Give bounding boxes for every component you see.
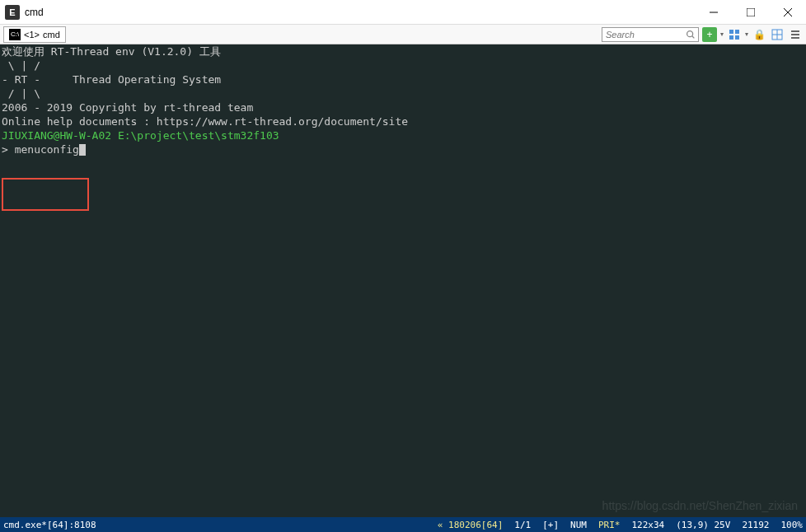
tab-number: <1>	[24, 30, 40, 40]
terminal-line: - RT - Thread Operating System	[2, 72, 804, 86]
status-position: 1/1	[514, 520, 531, 530]
grid-button[interactable]	[770, 27, 785, 42]
status-plus: [+]	[542, 520, 559, 530]
windows-dropdown[interactable]: ▾	[745, 30, 748, 38]
status-encoding: « 180206[64]	[438, 520, 503, 530]
app-icon: E	[5, 5, 20, 20]
tab-label: cmd	[43, 30, 60, 40]
terminal-command-line: > menuconfig	[2, 142, 804, 156]
status-process: cmd.exe*[64]:8108	[3, 520, 438, 530]
hamburger-icon	[790, 29, 801, 40]
terminal-line: Online help documents : https://www.rt-t…	[2, 114, 804, 128]
prompt-char: >	[2, 143, 8, 156]
svg-rect-5	[735, 30, 739, 34]
plus-icon: +	[706, 29, 712, 40]
terminal-content: 欢迎使用 RT-Thread env (V1.2.0) 工具 \ | / - R…	[0, 44, 806, 156]
window-title: cmd	[25, 7, 695, 18]
status-cursor: (13,9) 25V	[676, 520, 730, 530]
titlebar: E cmd	[0, 0, 806, 25]
close-button[interactable]	[769, 0, 806, 25]
status-zoom: 100%	[781, 520, 804, 530]
cmd-icon: C:\	[9, 29, 21, 40]
status-num: NUM	[570, 520, 587, 530]
terminal-line: 欢迎使用 RT-Thread env (V1.2.0) 工具	[2, 44, 804, 58]
prompt-path: E:\project\test\stm32f103	[118, 129, 279, 142]
window-controls	[695, 0, 806, 25]
minimize-button[interactable]	[695, 0, 732, 25]
svg-rect-1	[747, 8, 755, 16]
lock-icon: 🔒	[753, 29, 766, 40]
toolbar-right: + ▾ ▾ 🔒	[602, 27, 803, 42]
svg-rect-4	[729, 30, 733, 34]
minimize-icon	[710, 8, 718, 16]
menu-button[interactable]	[788, 27, 803, 42]
status-size: 122x34	[631, 520, 664, 530]
search-input[interactable]	[602, 27, 699, 42]
toolbar: C:\ <1> cmd + ▾ ▾ 🔒	[0, 25, 806, 44]
cursor	[79, 144, 86, 156]
add-dropdown[interactable]: ▾	[720, 30, 724, 38]
terminal-line: \ | /	[2, 58, 804, 72]
status-right: « 180206[64] 1/1 [+] NUM PRI* 122x34 (13…	[438, 520, 803, 530]
status-pid: 21192	[742, 520, 769, 530]
watermark: https://blog.csdn.net/ShenZhen_zixian	[602, 499, 798, 513]
windows-icon	[729, 29, 740, 40]
terminal-prompt-line: JIUXIANG@HW-W-A02 E:\project\test\stm32f…	[2, 128, 804, 142]
prompt-user: JIUXIANG@HW-W-A02	[2, 129, 111, 142]
terminal-line: 2006 - 2019 Copyright by rt-thread team	[2, 100, 804, 114]
status-pri: PRI*	[598, 520, 621, 530]
svg-rect-7	[735, 35, 739, 40]
highlight-annotation	[2, 178, 89, 211]
terminal-command: menuconfig	[15, 143, 79, 156]
console-tab[interactable]: C:\ <1> cmd	[3, 26, 66, 43]
windows-button[interactable]	[727, 27, 742, 42]
maximize-icon	[747, 8, 755, 16]
add-button[interactable]: +	[702, 27, 717, 42]
svg-rect-6	[729, 35, 733, 40]
terminal-line: / | \	[2, 86, 804, 100]
statusbar: cmd.exe*[64]:8108 « 180206[64] 1/1 [+] N…	[0, 517, 806, 532]
lock-button[interactable]: 🔒	[752, 27, 766, 42]
maximize-button[interactable]	[732, 0, 769, 25]
grid-icon	[771, 29, 783, 40]
terminal[interactable]: 欢迎使用 RT-Thread env (V1.2.0) 工具 \ | / - R…	[0, 44, 806, 517]
close-icon	[784, 8, 792, 16]
